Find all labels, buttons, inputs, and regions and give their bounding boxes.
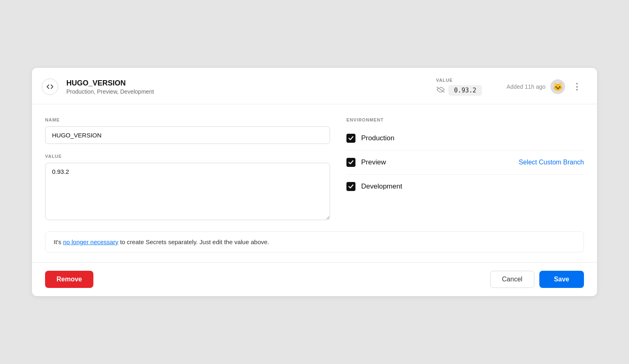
- header-info: HUGO_VERSION Production, Preview, Develo…: [66, 79, 428, 95]
- code-icon-button[interactable]: [42, 79, 58, 95]
- header-value-pill: 0.93.2: [448, 85, 482, 96]
- header-value-section: VALUE 0.93.2: [436, 78, 482, 96]
- name-field-label: NAME: [45, 117, 330, 122]
- more-options-button[interactable]: ⋮: [570, 80, 584, 94]
- info-banner: It's no longer necessary to create Secre…: [45, 231, 584, 252]
- remove-button[interactable]: Remove: [45, 271, 93, 288]
- environment-label: ENVIRONMENT: [346, 117, 584, 122]
- header-environments: Production, Preview, Development: [66, 88, 428, 95]
- main-card: HUGO_VERSION Production, Preview, Develo…: [32, 68, 597, 296]
- name-field-group: NAME: [45, 117, 330, 144]
- header-value-row: 0.93.2: [436, 85, 482, 96]
- header-var-name: HUGO_VERSION: [66, 79, 428, 88]
- production-checkbox[interactable]: [346, 134, 355, 143]
- env-row-development: Development: [346, 175, 584, 198]
- env-row-production: Production: [346, 126, 584, 151]
- env-row-preview: Preview Select Custom Branch: [346, 151, 584, 175]
- select-custom-branch-link[interactable]: Select Custom Branch: [519, 159, 584, 166]
- value-field-label: VALUE: [45, 154, 330, 159]
- right-column: ENVIRONMENT Production: [346, 117, 584, 198]
- eye-slash-icon: [436, 86, 445, 95]
- footer-row: Remove Cancel Save: [32, 263, 597, 296]
- preview-label: Preview: [361, 158, 513, 166]
- development-checkbox[interactable]: [346, 182, 355, 191]
- value-textarea[interactable]: [45, 163, 330, 220]
- avatar: 🐱: [550, 79, 565, 94]
- header-value-label: VALUE: [436, 78, 453, 83]
- info-text-after: to create Secrets separately. Just edit …: [118, 238, 269, 245]
- cancel-button[interactable]: Cancel: [490, 271, 534, 288]
- form-area: NAME VALUE ENVIRONMENT Production: [32, 104, 597, 231]
- preview-checkbox[interactable]: [346, 158, 355, 167]
- header-meta: Added 11h ago 🐱 ⋮: [507, 79, 584, 94]
- footer-right: Cancel Save: [490, 271, 584, 288]
- environment-section: Production Preview Select Custom Branch: [346, 126, 584, 198]
- production-label: Production: [361, 134, 584, 142]
- save-button[interactable]: Save: [539, 271, 584, 288]
- development-label: Development: [361, 182, 584, 191]
- header-row: HUGO_VERSION Production, Preview, Develo…: [32, 68, 597, 104]
- no-longer-necessary-link[interactable]: no longer necessary: [63, 238, 118, 245]
- left-column: NAME VALUE: [45, 117, 330, 222]
- value-field-group: VALUE: [45, 154, 330, 222]
- info-text-before: It's: [54, 238, 63, 245]
- name-input[interactable]: [45, 126, 330, 144]
- added-text: Added 11h ago: [507, 83, 545, 90]
